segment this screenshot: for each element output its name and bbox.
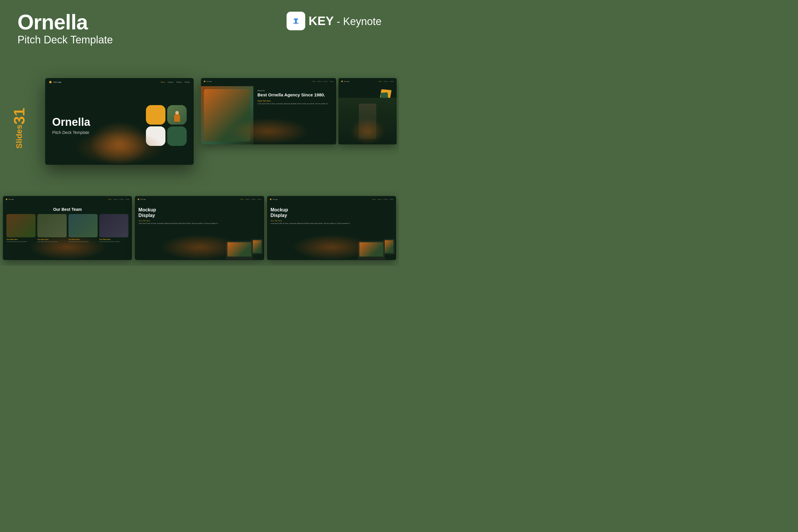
team-nav-product: Product bbox=[119, 198, 124, 200]
about-nav-product: Product bbox=[324, 81, 328, 82]
logo-quad-green bbox=[167, 126, 187, 146]
nav-product: Product bbox=[176, 81, 182, 83]
right-top-row: Your Logo Home Feature Product Pricing A… bbox=[201, 78, 397, 145]
logo-quad-photo bbox=[167, 105, 187, 125]
mockup1-nav-pricing: Pricing bbox=[258, 198, 261, 200]
keynote-icon bbox=[290, 15, 302, 27]
member-photo-4 bbox=[99, 214, 129, 237]
mockup1-nav: Your Logo Home Feature Product Pricing bbox=[135, 196, 264, 202]
partial-nav-product: Product bbox=[390, 81, 394, 82]
mockup1-your-title: Your Title Here bbox=[138, 220, 223, 222]
tablet-2 bbox=[384, 239, 395, 254]
mockup2-nav-product: Product bbox=[384, 198, 388, 200]
product-subtitle: Pitch Deck Template bbox=[18, 34, 113, 46]
team-nav-dot bbox=[6, 198, 7, 200]
partial-bg bbox=[338, 98, 397, 145]
nav-home: Home bbox=[161, 81, 165, 83]
mockup2-nav-pricing: Pricing bbox=[390, 198, 393, 200]
team-nav-home: Home bbox=[108, 198, 112, 200]
team-nav-pricing: Pricing bbox=[126, 198, 129, 200]
key-label: KEY - Keynote bbox=[309, 14, 381, 28]
key-icon-box bbox=[287, 12, 305, 30]
device-mockup-2 bbox=[358, 232, 395, 259]
main-slide-title-area: Ornella Pitch Deck Template bbox=[52, 116, 140, 135]
partial-nav-links: Home Feature Product bbox=[379, 81, 394, 82]
member-photo-3 bbox=[69, 214, 98, 237]
about-nav-pricing: Pricing bbox=[330, 81, 333, 82]
mockup1-body: Lorem ipsum dolor sit amet, consectetur … bbox=[138, 223, 223, 225]
header: Ornella Pitch Deck Template KEY - Keynot… bbox=[18, 12, 381, 46]
member-name-1: Your Name Here bbox=[6, 239, 36, 240]
member-desc-4: Lorem ipsum dolor sit amet consectetur bbox=[99, 241, 129, 242]
laptop-base-1 bbox=[225, 258, 254, 260]
main-slide-logo bbox=[146, 105, 187, 146]
partial-nav-dot bbox=[341, 81, 343, 82]
mockup2-nav: Your Logo Home Feature Product Pricing bbox=[267, 196, 396, 202]
tablet-screen-2 bbox=[385, 240, 394, 253]
about-nav-home: Home bbox=[312, 81, 316, 82]
nav-feature: Feature bbox=[168, 81, 173, 83]
main-slide-title: Ornella bbox=[52, 116, 140, 128]
team-nav-links: Home Feature Product Pricing bbox=[108, 198, 129, 200]
member-desc-3: Lorem ipsum dolor sit amet consectetur bbox=[69, 241, 98, 242]
tablet-screen-1 bbox=[253, 240, 262, 253]
about-nav-links: Home Feature Product Pricing bbox=[312, 81, 334, 82]
member-name-3: Your Name Here bbox=[69, 239, 98, 240]
mockup2-nav-links: Home Feature Product Pricing bbox=[372, 198, 393, 200]
team-members: Your Name Here Lorem ipsum dolor sit ame… bbox=[6, 214, 129, 242]
slides-label: Slides bbox=[15, 125, 24, 149]
main-slide-nav: Your Logo Home Feature Product Pricing bbox=[45, 78, 194, 86]
key-badge: KEY - Keynote bbox=[287, 12, 381, 30]
team-member-4: Your Name Here Lorem ipsum dolor sit ame… bbox=[99, 214, 129, 242]
main-slide-content: Ornella Pitch Deck Template bbox=[45, 86, 194, 165]
logo-quad-orange bbox=[146, 105, 166, 125]
team-member-3: Your Name Here Lorem ipsum dolor sit ame… bbox=[69, 214, 98, 242]
about-image bbox=[201, 86, 253, 145]
svg-point-3 bbox=[293, 23, 299, 24]
mockup1-image bbox=[226, 204, 264, 260]
main-slide-subtitle: Pitch Deck Template bbox=[52, 130, 140, 135]
about-content: About Us Best Ornella Agency Since 1980.… bbox=[201, 86, 336, 145]
about-title: Best Ornella Agency Since 1980. bbox=[258, 92, 332, 98]
team-member-1: Your Name Here Lorem ipsum dolor sit ame… bbox=[6, 214, 36, 242]
team-nav-feature: Feature bbox=[114, 198, 118, 200]
mockup2-body: Lorem ipsum dolor sit amet, consectetur … bbox=[270, 223, 355, 225]
team-content: Our Best Team Your Name Here Lorem ipsum… bbox=[3, 204, 132, 260]
nav-links: Home Feature Product Pricing bbox=[161, 81, 190, 83]
team-member-2: Your Name Here Lorem ipsum dolor sit ame… bbox=[37, 214, 66, 242]
about-nav-logo: Your Logo bbox=[207, 81, 212, 82]
nav-pricing: Pricing bbox=[185, 81, 190, 83]
member-desc-2: Lorem ipsum dolor sit amet consectetur bbox=[37, 241, 66, 242]
mockup2-nav-logo: Your Logo bbox=[272, 198, 278, 200]
about-label: About Us bbox=[258, 90, 332, 91]
mockup2-text: MockupDisplay Your Title Here Lorem ipsu… bbox=[267, 204, 358, 260]
partial-nav-feature: Feature bbox=[384, 81, 388, 82]
member-desc-1: Lorem ipsum dolor sit amet consectetur bbox=[6, 241, 36, 242]
member-photo-2 bbox=[37, 214, 66, 237]
mockup2-title: MockupDisplay bbox=[270, 207, 355, 218]
nav-logo-dot bbox=[49, 81, 52, 83]
product-title: Ornella bbox=[18, 12, 113, 33]
title-block: Ornella Pitch Deck Template bbox=[18, 12, 113, 46]
team-slide: Your Logo Home Feature Product Pricing O… bbox=[3, 196, 132, 260]
laptop-2 bbox=[358, 241, 384, 259]
laptop-1 bbox=[226, 241, 252, 259]
slides-number: 31 bbox=[12, 108, 27, 125]
partial-nav-logo: Your Logo bbox=[344, 81, 349, 82]
about-nav-feature: Feature bbox=[318, 81, 322, 82]
mockup1-text: MockupDisplay Your Title Here Lorem ipsu… bbox=[135, 204, 226, 260]
member-name-4: Your Name Here bbox=[99, 239, 129, 240]
mockup1-nav-logo: Your Logo bbox=[140, 198, 146, 200]
tablet-1 bbox=[252, 239, 263, 254]
partial-slide: Your Logo Home Feature Product bbox=[338, 78, 397, 145]
mockup1-nav-dot bbox=[138, 198, 139, 200]
laptop-screen-1 bbox=[227, 242, 251, 256]
about-body: Lorem ipsum dolor sit amet, consectetur … bbox=[258, 103, 332, 105]
team-nav-logo: Your Logo bbox=[8, 198, 14, 200]
device-mockup-1 bbox=[226, 232, 263, 259]
mockup2-nav-feature: Feature bbox=[377, 198, 381, 200]
mockup2-nav-dot bbox=[270, 198, 271, 200]
about-image-shape bbox=[204, 89, 250, 141]
team-nav: Your Logo Home Feature Product Pricing bbox=[3, 196, 132, 202]
mockup2-your-title: Your Title Here bbox=[270, 220, 355, 222]
